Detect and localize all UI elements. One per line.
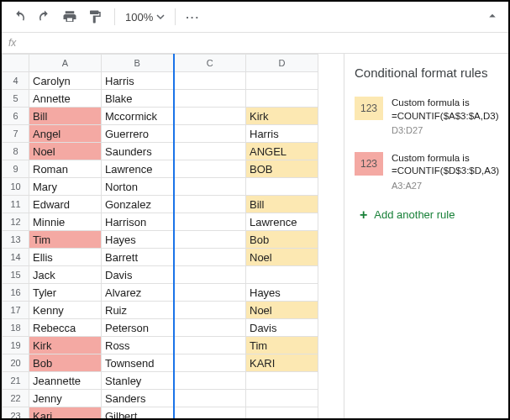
row-header-15[interactable]: 15 [3, 266, 29, 284]
col-header-B[interactable]: B [102, 55, 174, 72]
cell-B11[interactable]: Gonzalez [102, 196, 174, 213]
cell-C18[interactable] [174, 319, 246, 337]
cell-C17[interactable] [174, 302, 246, 319]
cell-B10[interactable]: Norton [102, 178, 174, 196]
cell-B17[interactable]: Ruiz [102, 302, 174, 319]
collapse-panel-button[interactable] [485, 8, 500, 26]
cell-D7[interactable]: Harris [246, 125, 318, 143]
cell-B21[interactable]: Stanley [102, 372, 174, 390]
row-header-18[interactable]: 18 [3, 319, 29, 337]
cell-C23[interactable] [174, 407, 246, 419]
cell-B16[interactable]: Alvarez [102, 284, 174, 302]
cell-B18[interactable]: Peterson [102, 319, 174, 337]
cell-C7[interactable] [174, 125, 246, 143]
cell-C15[interactable] [174, 266, 246, 284]
row-header-22[interactable]: 22 [3, 390, 29, 407]
add-rule-button[interactable]: + Add another rule [355, 207, 498, 223]
cell-A22[interactable]: Jenny [29, 390, 102, 407]
cell-A14[interactable]: Ellis [29, 249, 102, 266]
cell-C10[interactable] [174, 178, 246, 196]
cell-C8[interactable] [174, 143, 246, 160]
cell-D20[interactable]: KARI [246, 354, 318, 372]
cell-A23[interactable]: Kari [29, 407, 102, 419]
cell-C16[interactable] [174, 284, 246, 302]
cell-D8[interactable]: ANGEL [246, 143, 318, 160]
cell-A4[interactable]: Carolyn [29, 72, 102, 90]
cell-D17[interactable]: Noel [246, 302, 318, 319]
row-header-7[interactable]: 7 [3, 125, 29, 143]
undo-button[interactable] [10, 8, 29, 26]
cell-D22[interactable] [246, 390, 318, 407]
cell-B14[interactable]: Barrett [102, 249, 174, 266]
cell-C12[interactable] [174, 213, 246, 231]
cell-C4[interactable] [174, 72, 246, 90]
cell-C5[interactable] [174, 90, 246, 108]
cell-D9[interactable]: BOB [246, 160, 318, 178]
cell-A13[interactable]: Tim [29, 231, 102, 249]
cell-B5[interactable]: Blake [102, 90, 174, 108]
print-button[interactable] [60, 8, 79, 26]
cell-A20[interactable]: Bob [29, 354, 102, 372]
row-header-20[interactable]: 20 [3, 354, 29, 372]
cell-A18[interactable]: Rebecca [29, 319, 102, 337]
row-header-9[interactable]: 9 [3, 160, 29, 178]
cell-B20[interactable]: Townsend [102, 354, 174, 372]
cell-B9[interactable]: Lawrence [102, 160, 174, 178]
cell-B8[interactable]: Saunders [102, 143, 174, 160]
redo-button[interactable] [35, 8, 54, 26]
format-rule[interactable]: 123Custom formula is=COUNTIF($D$3:$D,A3)… [355, 152, 498, 192]
cell-A6[interactable]: Bill [29, 108, 102, 125]
row-header-19[interactable]: 19 [3, 337, 29, 354]
cell-B15[interactable]: Davis [102, 266, 174, 284]
col-header-C[interactable]: C [174, 55, 246, 72]
cell-C11[interactable] [174, 196, 246, 213]
cell-A11[interactable]: Edward [29, 196, 102, 213]
cell-B4[interactable]: Harris [102, 72, 174, 90]
cell-A21[interactable]: Jeannette [29, 372, 102, 390]
cell-A9[interactable]: Roman [29, 160, 102, 178]
row-header-21[interactable]: 21 [3, 372, 29, 390]
cell-B7[interactable]: Guerrero [102, 125, 174, 143]
col-header-D[interactable]: D [246, 55, 318, 72]
cell-D11[interactable]: Bill [246, 196, 318, 213]
row-header-17[interactable]: 17 [3, 302, 29, 319]
cell-C19[interactable] [174, 337, 246, 354]
cell-C21[interactable] [174, 372, 246, 390]
cell-B19[interactable]: Ross [102, 337, 174, 354]
cell-D12[interactable]: Lawrence [246, 213, 318, 231]
cell-D4[interactable] [246, 72, 318, 90]
row-header-8[interactable]: 8 [3, 143, 29, 160]
formula-input[interactable] [23, 36, 508, 50]
cell-D23[interactable] [246, 407, 318, 419]
cell-B22[interactable]: Sanders [102, 390, 174, 407]
cell-D10[interactable] [246, 178, 318, 196]
col-header-A[interactable]: A [29, 55, 102, 72]
cell-C13[interactable] [174, 231, 246, 249]
cell-C9[interactable] [174, 160, 246, 178]
cell-B12[interactable]: Harrison [102, 213, 174, 231]
row-header-23[interactable]: 23 [3, 407, 29, 419]
cell-A12[interactable]: Minnie [29, 213, 102, 231]
row-header-5[interactable]: 5 [3, 90, 29, 108]
cell-D18[interactable]: Davis [246, 319, 318, 337]
cell-D15[interactable] [246, 266, 318, 284]
cell-B23[interactable]: Gilbert [102, 407, 174, 419]
corner-cell[interactable] [3, 55, 29, 72]
cell-D21[interactable] [246, 372, 318, 390]
cell-C20[interactable] [174, 354, 246, 372]
format-rule[interactable]: 123Custom formula is=COUNTIF($A$3:$A,D3)… [355, 97, 498, 137]
cell-A17[interactable]: Kenny [29, 302, 102, 319]
cell-D16[interactable]: Hayes [246, 284, 318, 302]
cell-D5[interactable] [246, 90, 318, 108]
cell-D14[interactable]: Noel [246, 249, 318, 266]
cell-C14[interactable] [174, 249, 246, 266]
cell-A19[interactable]: Kirk [29, 337, 102, 354]
cell-A10[interactable]: Mary [29, 178, 102, 196]
spreadsheet-grid[interactable]: ABCD 4CarolynHarris5AnnetteBlake6BillMcc… [2, 54, 344, 418]
row-header-10[interactable]: 10 [3, 178, 29, 196]
cell-C6[interactable] [174, 108, 246, 125]
row-header-12[interactable]: 12 [3, 213, 29, 231]
cell-B6[interactable]: Mccormick [102, 108, 174, 125]
row-header-11[interactable]: 11 [3, 196, 29, 213]
cell-A15[interactable]: Jack [29, 266, 102, 284]
